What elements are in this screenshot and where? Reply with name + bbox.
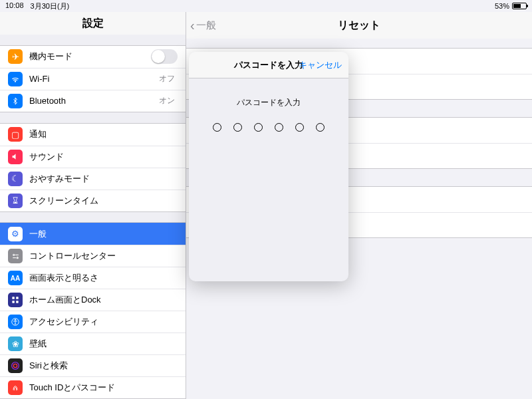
control-icon (8, 249, 23, 263)
detail-header: ‹ 一般 リセット (186, 12, 532, 39)
svg-point-2 (17, 257, 18, 258)
gear-icon: ⚙︎ (8, 227, 23, 241)
notification-icon: ▢ (8, 127, 23, 142)
sidebar-item-label: Bluetooth (29, 96, 159, 106)
detail-title: リセット (338, 19, 380, 33)
home-icon (8, 293, 23, 307)
passcode-modal: パスコードを入力 キャンセル パスコードを入力 (189, 52, 348, 281)
sidebar-item-wallpaper[interactable]: ❀ 壁紙 (0, 332, 186, 354)
svg-point-10 (13, 364, 17, 367)
touchid-icon (8, 380, 23, 395)
wifi-value: オフ (159, 73, 175, 84)
back-button[interactable]: ‹ 一般 (190, 19, 216, 32)
svg-rect-3 (12, 297, 15, 299)
back-label: 一般 (196, 19, 216, 32)
svg-point-9 (12, 362, 19, 370)
detail-pane: ‹ 一般 リセット すべての設定をリセット . . . . . (186, 12, 532, 399)
sidebar-item-screentime[interactable]: ⌛︎ スクリーンタイム (0, 190, 186, 211)
sidebar-item-label: コントロールセンター (29, 250, 178, 262)
status-bar: 10:08 3月30日(月) 53% (0, 0, 532, 12)
sidebar-title: 設定 (0, 12, 186, 35)
svg-point-0 (15, 81, 15, 82)
svg-rect-4 (16, 297, 19, 299)
sidebar-item-dnd[interactable]: ☾ おやすみモード (0, 168, 186, 190)
svg-point-1 (13, 254, 14, 255)
passcode-dot (254, 123, 263, 132)
bluetooth-value: オン (159, 95, 175, 106)
accessibility-icon (8, 315, 23, 329)
status-time: 10:08 (5, 1, 24, 11)
status-date: 3月30日(月) (31, 1, 70, 11)
sidebar-item-bluetooth[interactable]: Bluetooth オン (0, 90, 186, 112)
svg-rect-6 (16, 301, 19, 303)
svg-rect-5 (12, 301, 15, 303)
modal-header: パスコードを入力 キャンセル (189, 52, 348, 78)
sidebar-item-label: 壁紙 (29, 338, 178, 350)
bluetooth-icon (8, 94, 23, 108)
passcode-prompt: パスコードを入力 (189, 97, 348, 108)
dnd-icon: ☾ (8, 172, 23, 186)
sidebar-item-label: 機内モード (29, 51, 151, 63)
airplane-toggle[interactable] (151, 49, 178, 64)
sidebar-item-home[interactable]: ホーム画面とDock (0, 289, 186, 311)
modal-title: パスコードを入力 (234, 59, 303, 71)
wifi-icon (8, 72, 23, 86)
sidebar-item-label: 通知 (29, 128, 178, 140)
airplane-icon: ✈︎ (8, 49, 23, 64)
sidebar-item-general[interactable]: ⚙︎ 一般 (0, 223, 186, 245)
battery-icon (512, 3, 527, 9)
sound-icon (8, 150, 23, 164)
sidebar-item-controlcenter[interactable]: コントロールセンター (0, 245, 186, 267)
screentime-icon: ⌛︎ (8, 194, 23, 208)
sidebar-item-display[interactable]: AA 画面表示と明るさ (0, 267, 186, 289)
sidebar-item-notifications[interactable]: ▢ 通知 (0, 124, 186, 146)
passcode-dot (233, 123, 242, 132)
settings-sidebar: 設定 ✈︎ 機内モード Wi-Fi オフ (0, 12, 186, 399)
sidebar-item-label: スクリーンタイム (29, 195, 178, 207)
passcode-dot (316, 123, 325, 132)
sidebar-item-touchid[interactable]: Touch IDとパスコード (0, 376, 186, 398)
sidebar-item-label: ホーム画面とDock (29, 294, 178, 306)
passcode-dot (213, 123, 221, 132)
sidebar-item-label: 画面表示と明るさ (29, 272, 178, 284)
passcode-dot (275, 123, 283, 132)
cancel-button[interactable]: キャンセル (299, 59, 342, 71)
sidebar-item-label: おやすみモード (29, 173, 178, 185)
passcode-dots[interactable] (189, 123, 348, 132)
passcode-dot (295, 123, 304, 132)
sidebar-item-accessibility[interactable]: アクセシビリティ (0, 311, 186, 332)
display-icon: AA (8, 271, 23, 285)
sidebar-item-label: サウンド (29, 151, 178, 163)
battery-percent: 53% (495, 2, 509, 10)
sidebar-item-label: Siriと検索 (29, 360, 178, 372)
sidebar-item-label: Touch IDとパスコード (29, 382, 178, 394)
sidebar-item-siri[interactable]: Siriと検索 (0, 354, 186, 376)
siri-icon (8, 358, 23, 373)
chevron-left-icon: ‹ (190, 19, 195, 32)
svg-point-8 (15, 319, 16, 321)
wallpaper-icon: ❀ (8, 336, 23, 351)
sidebar-item-wifi[interactable]: Wi-Fi オフ (0, 68, 186, 90)
sidebar-item-sound[interactable]: サウンド (0, 146, 186, 168)
sidebar-item-label: アクセシビリティ (29, 316, 178, 328)
sidebar-item-airplane[interactable]: ✈︎ 機内モード (0, 46, 186, 68)
sidebar-item-label: Wi-Fi (29, 74, 159, 84)
sidebar-item-label: 一般 (29, 228, 178, 240)
